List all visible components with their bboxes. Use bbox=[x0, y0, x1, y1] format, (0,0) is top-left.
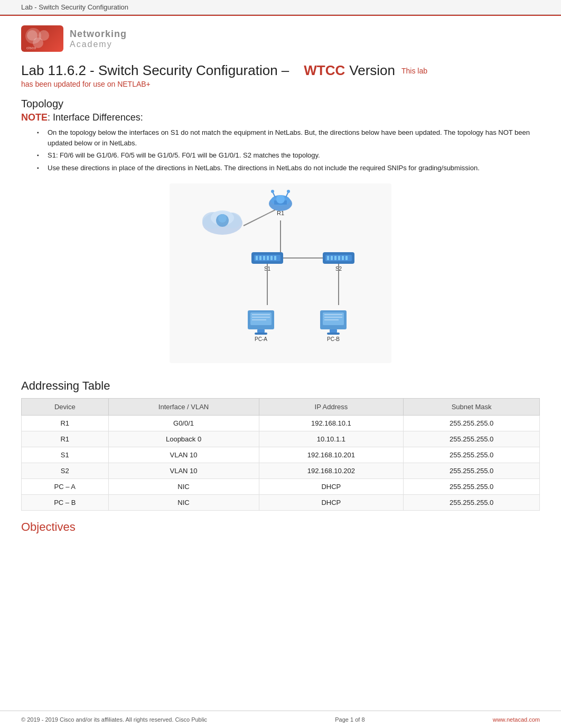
table-row: S2VLAN 10192.168.10.202255.255.255.0 bbox=[22, 463, 540, 479]
table-cell: S1 bbox=[22, 447, 109, 463]
topology-diagram: R1 S1 bbox=[21, 183, 540, 363]
note-heading: NOTE: Interface Differences: bbox=[21, 112, 540, 123]
network-svg: R1 S1 bbox=[170, 183, 391, 363]
addressing-table-section: Addressing Table Device Interface / VLAN… bbox=[21, 379, 540, 511]
table-cell: 255.255.255.0 bbox=[404, 463, 540, 479]
title-main: Lab 11.6.2 - Switch Security Configurati… bbox=[21, 62, 289, 79]
svg-point-57 bbox=[218, 214, 227, 223]
objectives-heading: Objectives bbox=[21, 520, 540, 534]
main-content: Lab 11.6.2 - Switch Security Configurati… bbox=[0, 57, 561, 555]
svg-rect-49 bbox=[330, 329, 337, 333]
table-cell: 255.255.255.0 bbox=[404, 495, 540, 511]
svg-rect-41 bbox=[257, 329, 265, 333]
table-row: R1Loopback 010.10.1.1255.255.255.0 bbox=[22, 431, 540, 447]
table-cell: 255.255.255.0 bbox=[404, 416, 540, 431]
footer-website: www.netacad.com bbox=[493, 716, 540, 723]
logo-icon: cisco bbox=[21, 25, 63, 52]
table-cell: VLAN 10 bbox=[108, 447, 259, 463]
cloud bbox=[202, 210, 242, 235]
table-cell: DHCP bbox=[259, 495, 404, 511]
svg-text:PC-A: PC-A bbox=[255, 336, 267, 342]
svg-rect-22 bbox=[274, 256, 276, 260]
title-wtcc: WTCC bbox=[304, 62, 345, 79]
bullet-item-2: S1: F0/6 will be G1/0/6. F0/5 will be G1… bbox=[37, 150, 540, 161]
svg-rect-28 bbox=[331, 256, 333, 260]
bullet-item-1: On the topology below the interfaces on … bbox=[37, 127, 540, 148]
table-header-row: Device Interface / VLAN IP Address Subne… bbox=[22, 399, 540, 416]
logo-text-top: Networking bbox=[70, 29, 127, 40]
table-cell: R1 bbox=[22, 416, 109, 431]
note-label: NOTE bbox=[21, 112, 48, 123]
svg-rect-20 bbox=[267, 256, 269, 260]
table-cell: 10.10.1.1 bbox=[259, 431, 404, 447]
table-cell: 255.255.255.0 bbox=[404, 479, 540, 495]
footer-page: Page 1 of 8 bbox=[335, 716, 364, 723]
table-row: PC – ANICDHCP255.255.255.0 bbox=[22, 479, 540, 495]
title-row: Lab 11.6.2 - Switch Security Configurati… bbox=[21, 62, 540, 79]
bullet-item-3: Use these directions in place of the dir… bbox=[37, 163, 540, 173]
table-cell: 255.255.255.0 bbox=[404, 447, 540, 463]
bullet-list: On the topology below the interfaces on … bbox=[21, 127, 540, 173]
table-cell: PC – A bbox=[22, 479, 109, 495]
col-interface: Interface / VLAN bbox=[108, 399, 259, 416]
logo-text: Networking Academy bbox=[70, 29, 127, 49]
svg-rect-27 bbox=[327, 256, 329, 260]
footer-copyright: © 2019 - 2019 Cisco and/or its affiliate… bbox=[21, 716, 207, 723]
topology-heading: Topology bbox=[21, 98, 540, 110]
table-cell: NIC bbox=[108, 479, 259, 495]
table-cell: 255.255.255.0 bbox=[404, 431, 540, 447]
table-cell: PC – B bbox=[22, 495, 109, 511]
svg-point-11 bbox=[271, 190, 274, 193]
subtitle-updated: has been updated for use on NETLAB+ bbox=[21, 80, 540, 88]
svg-rect-29 bbox=[334, 256, 336, 260]
table-cell: 192.168.10.1 bbox=[259, 416, 404, 431]
addressing-table-heading: Addressing Table bbox=[21, 379, 540, 393]
footer: © 2019 - 2019 Cisco and/or its affiliate… bbox=[0, 711, 561, 728]
addressing-table: Device Interface / VLAN IP Address Subne… bbox=[21, 398, 540, 511]
note-subheading: : Interface Differences: bbox=[48, 112, 143, 123]
table-row: S1VLAN 10192.168.10.201255.255.255.0 bbox=[22, 447, 540, 463]
svg-text:PC-B: PC-B bbox=[327, 336, 340, 342]
svg-rect-50 bbox=[327, 333, 340, 335]
svg-rect-17 bbox=[256, 256, 258, 260]
top-bar-label: Lab - Switch Security Configuration bbox=[21, 3, 128, 11]
col-ip: IP Address bbox=[259, 399, 404, 416]
svg-rect-32 bbox=[345, 256, 348, 260]
table-cell: NIC bbox=[108, 495, 259, 511]
table-cell: VLAN 10 bbox=[108, 463, 259, 479]
svg-rect-21 bbox=[270, 256, 273, 260]
svg-point-8 bbox=[276, 195, 285, 204]
svg-text:cisco: cisco bbox=[26, 45, 36, 50]
svg-point-0 bbox=[27, 30, 38, 41]
col-device: Device bbox=[22, 399, 109, 416]
title-thislab: This lab bbox=[401, 67, 427, 75]
table-cell: S2 bbox=[22, 463, 109, 479]
table-row: PC – BNICDHCP255.255.255.0 bbox=[22, 495, 540, 511]
svg-point-1 bbox=[39, 30, 49, 41]
table-cell: Loopback 0 bbox=[108, 431, 259, 447]
svg-point-12 bbox=[287, 190, 290, 193]
table-cell: 192.168.10.201 bbox=[259, 447, 404, 463]
svg-rect-30 bbox=[338, 256, 340, 260]
logo-svg: cisco bbox=[24, 27, 61, 50]
logo-area: cisco Networking Academy bbox=[0, 16, 561, 57]
svg-text:R1: R1 bbox=[277, 210, 284, 216]
table-cell: R1 bbox=[22, 431, 109, 447]
table-cell: DHCP bbox=[259, 479, 404, 495]
svg-rect-18 bbox=[259, 256, 261, 260]
logo-text-bottom: Academy bbox=[70, 40, 127, 49]
title-version: Version bbox=[349, 62, 395, 79]
table-row: R1G0/0/1192.168.10.1255.255.255.0 bbox=[22, 416, 540, 431]
table-cell: G0/0/1 bbox=[108, 416, 259, 431]
svg-rect-31 bbox=[342, 256, 344, 260]
svg-rect-42 bbox=[255, 333, 267, 335]
top-bar: Lab - Switch Security Configuration bbox=[0, 0, 561, 15]
col-subnet: Subnet Mask bbox=[404, 399, 540, 416]
svg-rect-19 bbox=[263, 256, 265, 260]
table-cell: 192.168.10.202 bbox=[259, 463, 404, 479]
